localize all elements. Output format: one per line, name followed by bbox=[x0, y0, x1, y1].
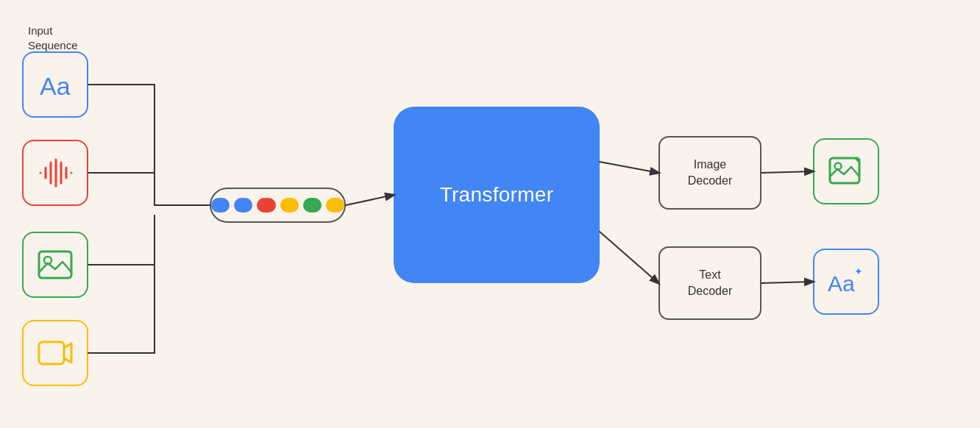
token-dot-6 bbox=[326, 198, 344, 213]
svg-text:✦: ✦ bbox=[854, 265, 863, 277]
token-dot-5 bbox=[303, 198, 322, 213]
text-decoder-label: TextDecoder bbox=[688, 267, 732, 300]
image-icon bbox=[36, 247, 74, 282]
svg-rect-8 bbox=[39, 252, 71, 278]
audio-icon bbox=[36, 157, 74, 189]
token-dot-1 bbox=[211, 198, 230, 213]
svg-rect-10 bbox=[39, 342, 64, 364]
input-audio-box bbox=[22, 140, 88, 206]
input-video-box bbox=[22, 320, 88, 386]
svg-text:✦: ✦ bbox=[853, 154, 862, 165]
transformer-label: Transformer bbox=[440, 183, 554, 207]
output-image-box: ✦ bbox=[813, 138, 879, 204]
output-text-icon: Aa ✦ bbox=[826, 265, 866, 299]
output-text-box: Aa ✦ bbox=[813, 249, 879, 315]
video-icon bbox=[36, 336, 74, 370]
input-sequence-label: Input Sequence bbox=[28, 24, 78, 52]
text-decoder-box: TextDecoder bbox=[658, 246, 761, 320]
image-decoder-label: ImageDecoder bbox=[688, 157, 732, 190]
input-text-box: Aa bbox=[22, 51, 88, 118]
token-dot-2 bbox=[234, 198, 252, 213]
diagram-container: Input Sequence Aa bbox=[0, 0, 980, 428]
svg-text:Aa: Aa bbox=[828, 271, 855, 296]
output-image-icon: ✦ bbox=[827, 154, 865, 189]
svg-point-12 bbox=[835, 163, 842, 170]
image-decoder-box: ImageDecoder bbox=[658, 136, 761, 210]
token-pill bbox=[210, 188, 346, 223]
token-dot-3 bbox=[257, 198, 275, 213]
transformer-box: Transformer bbox=[394, 107, 600, 283]
svg-text:Aa: Aa bbox=[40, 72, 71, 99]
input-image-box bbox=[22, 232, 88, 298]
token-dot-4 bbox=[280, 198, 299, 213]
text-icon: Aa bbox=[37, 70, 74, 99]
